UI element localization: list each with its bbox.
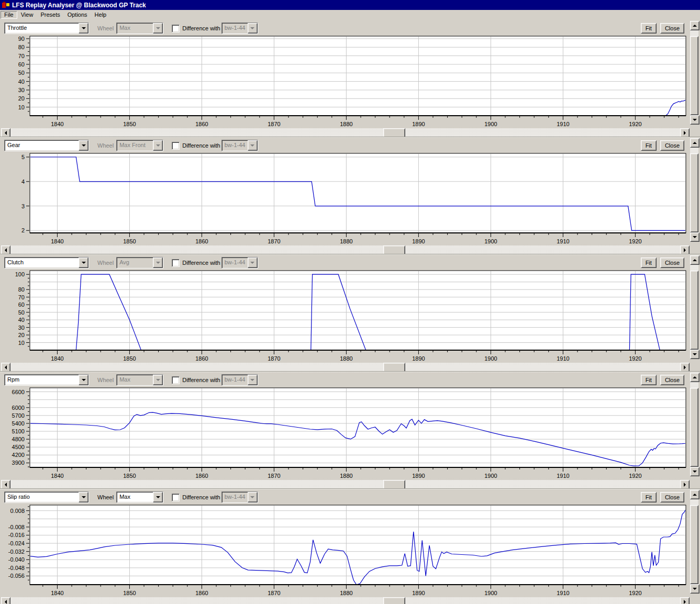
chevron-down-icon[interactable] bbox=[248, 375, 258, 385]
difference-select[interactable]: bw-1-44 bbox=[221, 374, 258, 386]
chevron-down-icon[interactable] bbox=[79, 492, 88, 502]
fit-button[interactable]: Fit bbox=[641, 140, 657, 151]
horizontal-scrollbar[interactable] bbox=[1, 480, 690, 488]
wheel-label: Wheel bbox=[97, 260, 114, 266]
channel-select[interactable]: Slip ratio bbox=[4, 491, 89, 503]
vertical-scrollbar[interactable] bbox=[690, 138, 698, 242]
chevron-down-icon[interactable] bbox=[79, 140, 88, 151]
horizontal-scroll-track[interactable] bbox=[10, 363, 680, 371]
chevron-down-icon[interactable] bbox=[248, 258, 258, 268]
vertical-scroll-track[interactable] bbox=[690, 265, 698, 271]
close-button[interactable]: Close bbox=[660, 375, 684, 385]
horizontal-scrollbar[interactable] bbox=[1, 597, 690, 604]
channel-select[interactable]: Gear bbox=[4, 140, 89, 151]
horizontal-scroll-track[interactable] bbox=[10, 597, 680, 604]
scroll-down-icon[interactable] bbox=[690, 350, 699, 359]
telemetry-chart[interactable]: 9080706050403020101840185018601870188018… bbox=[1, 35, 690, 128]
chevron-down-icon[interactable] bbox=[248, 140, 258, 151]
title-bar[interactable]: LFS Replay Analyser @ Blackwood GP Track bbox=[0, 0, 700, 10]
horizontal-scrollbar[interactable] bbox=[1, 128, 690, 137]
chevron-down-icon[interactable] bbox=[248, 23, 258, 33]
close-button[interactable]: Close bbox=[660, 258, 684, 268]
wheel-select[interactable]: Max bbox=[116, 23, 163, 34]
chevron-down-icon[interactable] bbox=[153, 23, 163, 33]
close-button[interactable]: Close bbox=[660, 23, 684, 33]
scroll-up-icon[interactable] bbox=[690, 373, 699, 382]
close-button[interactable]: Close bbox=[660, 140, 684, 151]
difference-select[interactable]: bw-1-44 bbox=[221, 257, 258, 269]
difference-checkbox[interactable] bbox=[172, 142, 180, 150]
difference-select[interactable]: bw-1-44 bbox=[221, 491, 258, 503]
vertical-scroll-thumb[interactable] bbox=[690, 36, 698, 115]
chevron-down-icon[interactable] bbox=[153, 375, 163, 385]
vertical-scroll-thumb[interactable] bbox=[690, 153, 698, 232]
difference-checkbox[interactable] bbox=[172, 25, 180, 32]
chevron-down-icon[interactable] bbox=[153, 140, 163, 151]
scroll-left-icon[interactable] bbox=[1, 597, 10, 604]
vertical-scroll-track[interactable] bbox=[690, 382, 698, 388]
vertical-scroll-thumb[interactable] bbox=[690, 505, 698, 584]
horizontal-scroll-track[interactable] bbox=[10, 128, 680, 137]
horizontal-scrollbar[interactable] bbox=[1, 245, 690, 254]
menu-help[interactable]: Help bbox=[91, 11, 110, 19]
chevron-down-icon[interactable] bbox=[79, 258, 88, 268]
horizontal-scrollbar[interactable] bbox=[1, 363, 690, 371]
chevron-down-icon[interactable] bbox=[79, 375, 88, 385]
menu-presets[interactable]: Presets bbox=[37, 11, 63, 19]
wheel-select[interactable]: Avg bbox=[116, 257, 163, 269]
fit-button[interactable]: Fit bbox=[641, 492, 657, 502]
vertical-scrollbar[interactable] bbox=[690, 373, 698, 476]
wheel-select[interactable]: Max Front bbox=[116, 140, 163, 151]
telemetry-chart[interactable]: 0.008-0.008-0.016-0.024-0.032-0.040-0.04… bbox=[1, 504, 690, 597]
wheel-select[interactable]: Max bbox=[116, 374, 163, 386]
telemetry-chart[interactable]: 1008070605040302010184018501860187018801… bbox=[1, 270, 690, 363]
vertical-scroll-thumb[interactable] bbox=[690, 388, 698, 467]
telemetry-chart[interactable]: 5432184018501860187018801890190019101920 bbox=[1, 152, 690, 245]
chevron-down-icon[interactable] bbox=[248, 492, 258, 502]
difference-select[interactable]: bw-1-44 bbox=[221, 140, 258, 151]
fit-button[interactable]: Fit bbox=[641, 375, 657, 385]
scroll-up-icon[interactable] bbox=[690, 490, 699, 499]
wheel-select-value: Max bbox=[117, 492, 153, 502]
scroll-up-icon[interactable] bbox=[690, 21, 699, 30]
fit-button[interactable]: Fit bbox=[641, 258, 657, 268]
svg-text:1850: 1850 bbox=[123, 121, 136, 127]
channel-select[interactable]: Rpm bbox=[4, 374, 89, 386]
menu-view[interactable]: View bbox=[17, 11, 37, 19]
horizontal-scroll-track[interactable] bbox=[10, 245, 680, 254]
channel-select[interactable]: Throttle bbox=[4, 23, 89, 34]
fit-button[interactable]: Fit bbox=[641, 23, 657, 33]
scroll-down-icon[interactable] bbox=[690, 584, 699, 594]
chevron-down-icon[interactable] bbox=[153, 492, 163, 502]
scroll-down-icon[interactable] bbox=[690, 115, 699, 125]
scroll-up-icon[interactable] bbox=[690, 255, 699, 265]
menu-options[interactable]: Options bbox=[64, 11, 91, 19]
scroll-right-icon[interactable] bbox=[680, 597, 690, 604]
svg-text:1910: 1910 bbox=[557, 121, 569, 127]
horizontal-scroll-track[interactable] bbox=[10, 480, 680, 488]
scroll-down-icon[interactable] bbox=[690, 232, 699, 242]
difference-checkbox[interactable] bbox=[172, 259, 180, 267]
vertical-scrollbar[interactable] bbox=[690, 490, 698, 594]
svg-text:0.008: 0.008 bbox=[10, 508, 25, 514]
vertical-scroll-track[interactable] bbox=[690, 148, 698, 153]
scroll-down-icon[interactable] bbox=[690, 467, 699, 476]
scroll-up-icon[interactable] bbox=[690, 138, 699, 148]
vertical-scroll-thumb[interactable] bbox=[690, 271, 698, 350]
telemetry-chart[interactable]: 6600600057005400510048004500420039001840… bbox=[1, 387, 690, 480]
difference-checkbox[interactable] bbox=[172, 376, 180, 384]
wheel-select[interactable]: Max bbox=[116, 491, 163, 503]
horizontal-scroll-thumb[interactable] bbox=[383, 597, 405, 604]
vertical-scroll-track[interactable] bbox=[690, 30, 698, 36]
difference-checkbox[interactable] bbox=[172, 494, 180, 501]
chevron-down-icon[interactable] bbox=[79, 23, 88, 33]
vertical-scrollbar[interactable] bbox=[690, 255, 698, 359]
difference-select[interactable]: bw-1-44 bbox=[221, 23, 258, 34]
chevron-down-icon[interactable] bbox=[153, 258, 163, 268]
svg-text:1870: 1870 bbox=[268, 590, 280, 596]
channel-select[interactable]: Clutch bbox=[4, 257, 89, 269]
close-button[interactable]: Close bbox=[660, 492, 684, 502]
vertical-scrollbar[interactable] bbox=[690, 21, 698, 125]
vertical-scroll-track[interactable] bbox=[690, 499, 698, 505]
menu-file[interactable]: File bbox=[1, 11, 17, 19]
